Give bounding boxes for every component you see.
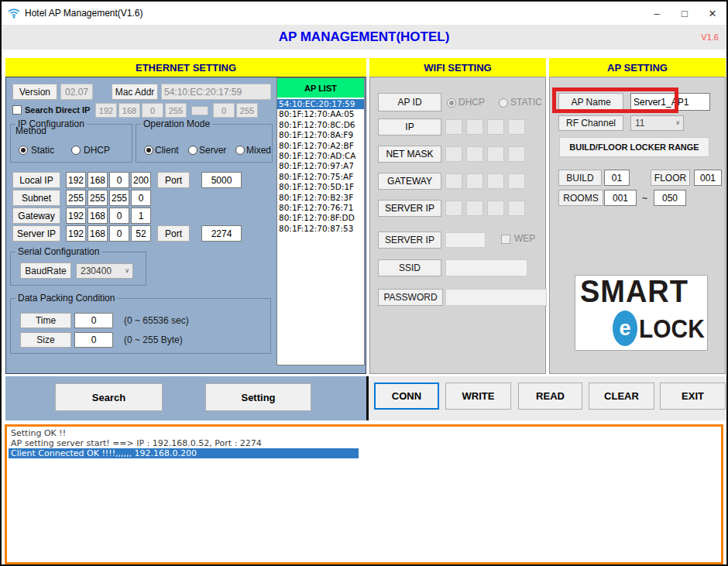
ip-octet-input[interactable]: 168 — [88, 172, 108, 188]
log-panel: Setting OK !!AP setting server start! ==… — [5, 424, 723, 564]
ip-octet-input[interactable]: 0 — [109, 208, 129, 224]
server-radio[interactable] — [188, 146, 197, 155]
baudrate-label: BaudRate — [20, 262, 71, 279]
wifi-octet-input — [445, 173, 462, 189]
smart-elock-logo: SMART e LOCK — [575, 275, 708, 351]
list-item[interactable]: 80:1F:12:70:76:71 — [277, 203, 364, 213]
wifi-octet-input — [466, 119, 483, 135]
rooms-from-input[interactable]: 001 — [604, 190, 637, 206]
build-input[interactable]: 01 — [604, 170, 630, 186]
list-item[interactable]: 80:1F:12:70:5D:1F — [277, 182, 364, 192]
wifi-icon — [8, 8, 20, 22]
log-line[interactable]: Client Connected OK !!!!,,,,,, 192.168.0… — [9, 448, 359, 458]
list-item[interactable]: 80:1F:12:70:8A:F9 — [277, 130, 364, 140]
list-item[interactable]: 80:1F:12:70:AA:05 — [277, 109, 364, 119]
floor-input[interactable]: 001 — [694, 170, 722, 186]
log-lines: Setting OK !!AP setting server start! ==… — [7, 427, 721, 458]
wep-label: WEP — [514, 233, 535, 244]
ip-octet-input[interactable]: 1 — [131, 208, 151, 224]
list-item[interactable]: 80:1F:12:70:B2:3F — [277, 193, 364, 203]
list-item[interactable]: 80:1F:12:70:8F:DD — [277, 213, 364, 223]
log-line[interactable]: Setting OK !! — [9, 428, 721, 438]
clear-button[interactable]: CLEAR — [589, 382, 654, 410]
close-icon[interactable]: ✕ — [702, 2, 723, 25]
wifi-octet-input — [508, 146, 525, 162]
row-label: GATEWAY — [378, 173, 441, 190]
size-label: Size — [20, 332, 71, 348]
ethernet-actions-strip: Search Setting — [5, 376, 366, 420]
rooms-range-separator: ~ — [642, 193, 647, 204]
row-label: NET MASK — [378, 146, 441, 163]
time-input[interactable]: 0 — [74, 313, 113, 328]
client-radio[interactable] — [144, 146, 153, 155]
ip-octet-input[interactable]: 168 — [88, 208, 108, 224]
time-hint: (0 ~ 65536 sec) — [124, 315, 189, 326]
static-radio[interactable] — [19, 146, 28, 155]
list-item[interactable]: 80:1F:12:70:8C:D6 — [277, 120, 364, 130]
search-button[interactable]: Search — [55, 383, 163, 411]
version-badge: V1.6 — [701, 33, 719, 42]
row-label: Local IP — [12, 172, 60, 188]
build-label: BUILD — [558, 170, 602, 186]
wifi-dhcp-radio — [447, 98, 456, 108]
list-item[interactable]: 80:1F:12:70:AD:CA — [277, 151, 364, 161]
ap-section-title: AP SETTING — [549, 58, 726, 77]
port-input[interactable]: 2274 — [201, 225, 242, 242]
direct-ip-octets: 19216802550255 — [95, 103, 259, 118]
list-item[interactable]: 80:1F:12:70:A2:BF — [277, 141, 364, 151]
size-hint: (0 ~ 255 Byte) — [124, 334, 183, 345]
logo-e-icon: e — [613, 310, 637, 346]
ip-octet-input[interactable]: 192 — [66, 225, 86, 242]
ip-octet-input[interactable]: 0 — [109, 225, 129, 242]
ip-octet-input[interactable]: 255 — [66, 190, 86, 206]
app-window: Hotel AP Management(V1.6) – □ ✕ AP MANAG… — [0, 0, 728, 566]
mixed-radio-label: Mixed — [246, 145, 271, 156]
search-direct-ip-checkbox[interactable] — [12, 105, 22, 115]
ap-list-items: 54:10:EC:20:17:5980:1F:12:70:AA:0580:1F:… — [277, 98, 364, 234]
list-item[interactable]: 80:1F:12:70:97:A7 — [277, 161, 364, 171]
wifi-static-radio-label: STATIC — [510, 97, 542, 108]
ip-octet-input[interactable]: 192 — [66, 208, 86, 224]
mixed-radio[interactable] — [235, 146, 245, 155]
exit-button[interactable]: EXIT — [660, 382, 726, 410]
ap-name-input[interactable]: Server1_AP1 — [630, 93, 710, 111]
password-label: PASSWORD — [378, 289, 443, 306]
ip-octet-input[interactable]: 192 — [66, 172, 86, 188]
dhcp-radio[interactable] — [71, 146, 81, 155]
wifi-row: SERVER IP — [378, 200, 529, 217]
list-item[interactable]: 80:1F:12:70:75:AF — [277, 172, 364, 182]
conn-button[interactable]: CONN — [374, 382, 439, 410]
port-input[interactable]: 5000 — [201, 172, 242, 188]
write-button[interactable]: WRITE — [445, 382, 511, 410]
app-header: AP MANAGEMENT(HOTEL) V1.6 — [2, 25, 726, 50]
rooms-to-input[interactable]: 050 — [654, 190, 686, 206]
read-button[interactable]: READ — [518, 382, 582, 410]
ip-octet-input[interactable]: 0 — [131, 190, 151, 206]
list-item[interactable]: 80:1F:12:70:87:53 — [277, 224, 364, 234]
ip-octet-input[interactable]: 168 — [88, 225, 108, 242]
locker-range-label: BUILD/FLOOR LOCKER RANGE — [559, 137, 709, 157]
ethernet-ip-row: Subnet2552552550 — [12, 190, 153, 206]
row-label: Gateway — [12, 208, 60, 224]
maximize-icon[interactable]: □ — [674, 2, 695, 25]
list-item[interactable]: 54:10:EC:20:17:59 — [277, 99, 364, 109]
main-actions-strip: CONN WRITE READ CLEAR EXIT — [369, 376, 726, 420]
ip-octet-input[interactable]: 255 — [109, 190, 129, 206]
ip-octet-input[interactable]: 200 — [131, 172, 151, 188]
minimize-icon[interactable]: – — [646, 2, 668, 25]
page-title: AP MANAGEMENT(HOTEL) — [2, 25, 726, 50]
ip-octet-input[interactable]: 52 — [131, 225, 151, 242]
setting-button[interactable]: Setting — [205, 383, 311, 411]
search-direct-ip-label: Search Direct IP — [25, 105, 90, 115]
direct-ip-octet: 255 — [236, 103, 258, 118]
log-line[interactable]: AP setting server start! ==> IP : 192.16… — [9, 438, 721, 448]
ip-octet-input[interactable]: 255 — [88, 190, 108, 206]
window-title: Hotel AP Management(V1.6) — [25, 2, 143, 25]
rf-channel-select[interactable]: 11 — [630, 115, 684, 131]
ip-octet-input[interactable]: 0 — [109, 172, 129, 188]
row-label: IP — [378, 118, 441, 135]
size-input[interactable]: 0 — [74, 332, 113, 348]
floor-label: FLOOR — [651, 170, 690, 186]
baudrate-select[interactable]: 230400 — [76, 263, 133, 279]
direct-ip-octet: 168 — [118, 103, 140, 118]
